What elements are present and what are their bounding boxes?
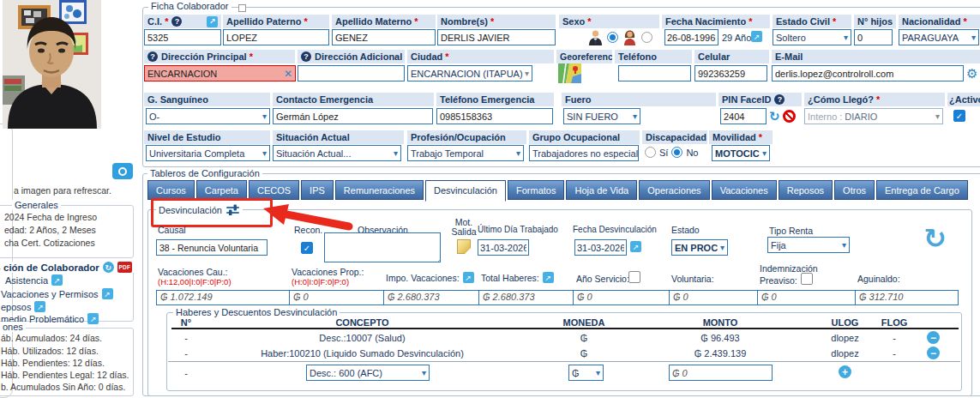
- tab-reposos[interactable]: Reposos: [779, 180, 833, 200]
- estado-select[interactable]: EN PROC: [671, 239, 728, 256]
- remove-row-button[interactable]: [927, 331, 940, 344]
- pin-block-icon[interactable]: [783, 110, 796, 123]
- help-icon[interactable]: [774, 94, 785, 105]
- tab-operaciones[interactable]: Operaciones: [639, 180, 709, 200]
- header-g-sanguineo: G. Sanguíneo: [144, 93, 270, 106]
- tab-desvinculacion[interactable]: Desvinculación: [425, 180, 506, 202]
- direccion-adicional-input[interactable]: [298, 65, 405, 81]
- pin-refresh-icon[interactable]: [769, 110, 780, 123]
- sexo-male-radio[interactable]: [607, 32, 618, 43]
- movilidad-select[interactable]: MOTOCIC: [712, 145, 770, 161]
- estado-civil-select[interactable]: Soltero: [773, 29, 851, 45]
- edad-link-icon[interactable]: [751, 31, 762, 42]
- help-icon[interactable]: [301, 51, 311, 62]
- tab-vacaciones[interactable]: Vacaciones: [712, 180, 777, 200]
- direccion-principal-input[interactable]: ENCARNACION: [144, 65, 296, 81]
- celular-input[interactable]: [694, 65, 767, 81]
- help-icon[interactable]: [147, 51, 158, 62]
- sidebar-link-reposos[interactable]: eposos: [1, 301, 45, 312]
- vacaciones-stats-title: ones: [0, 322, 26, 332]
- camera-icon[interactable]: [112, 163, 133, 179]
- pdf-icon[interactable]: PDF: [117, 262, 132, 273]
- refresh-icon[interactable]: [103, 262, 114, 273]
- telefono-emergencia-label: Teléfono Emergencia: [440, 94, 534, 105]
- open-ci-icon[interactable]: [207, 16, 218, 27]
- sidebar-link-asistencia[interactable]: Asistencia: [5, 274, 63, 286]
- grupo-ocupacional-select[interactable]: Trabajadores no especializ: [529, 145, 639, 161]
- recon-checkbox[interactable]: [301, 242, 313, 254]
- causal-input[interactable]: [156, 239, 268, 256]
- header-apellido-materno: Apellido Materno: [332, 15, 436, 28]
- ciudad-select[interactable]: ENCARNACION (ITAPUA): [407, 65, 532, 81]
- telefono-input[interactable]: [618, 65, 691, 81]
- tab-hoja-de-vida[interactable]: Hoja de Vida: [566, 180, 637, 200]
- telefono-emergencia-input[interactable]: [436, 108, 553, 124]
- tab-carpeta[interactable]: Carpeta: [196, 180, 247, 200]
- recalculate-icon[interactable]: [923, 225, 947, 252]
- g-sanguineo-select[interactable]: O-: [146, 108, 270, 124]
- nivel-estudio-select[interactable]: Universitaria Completa: [146, 145, 270, 161]
- tab-entrega-de-cargo[interactable]: Entrega de Cargo: [876, 180, 968, 200]
- entry-monto-input[interactable]: [669, 365, 773, 381]
- profesion-select[interactable]: Trabajo Temporal: [407, 145, 524, 161]
- remove-row-button[interactable]: [927, 347, 940, 359]
- fecha-nacimiento-input[interactable]: [664, 29, 718, 45]
- link-label: Asistencia: [5, 275, 48, 286]
- table-header-rule: [171, 328, 959, 329]
- tab-formatos[interactable]: Formatos: [508, 180, 564, 200]
- mot-salida-icon[interactable]: [457, 239, 471, 254]
- ci-input[interactable]: [144, 29, 221, 45]
- nacionalidad-label: Nacionalidad: [902, 16, 967, 27]
- tab-ips[interactable]: IPS: [301, 180, 334, 200]
- discapacidad-no-radio[interactable]: [671, 147, 682, 158]
- activo-checkbox[interactable]: [953, 110, 965, 122]
- nivel-estudio-value: Universitaria Completa: [149, 148, 244, 159]
- apellido-paterno-input[interactable]: [223, 29, 329, 45]
- email-settings-icon[interactable]: [966, 67, 977, 80]
- clear-icon[interactable]: [284, 68, 292, 80]
- pin-faceid-input[interactable]: [720, 108, 767, 124]
- sexo-selector: [588, 29, 652, 45]
- preaviso-checkbox[interactable]: [801, 273, 813, 285]
- map-icon[interactable]: [558, 63, 581, 83]
- tipo-renta-select[interactable]: Fija: [767, 237, 850, 253]
- stat-line: Háb. Utilizados: 12 días.: [1, 346, 99, 356]
- external-link-icon[interactable]: [463, 272, 474, 283]
- table-row-divider: [168, 361, 960, 362]
- nacionalidad-select[interactable]: PARAGUAYA: [899, 29, 979, 45]
- fecha-desv-input[interactable]: [574, 239, 627, 256]
- row-moneda: ₲: [557, 348, 610, 359]
- fecha-desv-link-icon[interactable]: [630, 241, 641, 252]
- tab-cecos[interactable]: CECOS: [249, 180, 299, 200]
- nombres-input[interactable]: [437, 29, 556, 45]
- header-telefono-emergencia: Teléfono Emergencia: [436, 93, 554, 106]
- tab-remuneraciones[interactable]: Remuneraciones: [335, 180, 424, 200]
- situacion-actual-select[interactable]: Situación Actual...: [273, 145, 401, 161]
- employee-photo[interactable]: [3, 0, 101, 129]
- ultimo-dia-label: Último Día Trabajado: [478, 225, 558, 234]
- como-llego-select[interactable]: Interno : DIARIO: [804, 108, 943, 124]
- ficha-legend: Ficha Colaborador: [148, 1, 231, 11]
- help-icon[interactable]: [171, 16, 182, 27]
- n-hijos-input[interactable]: [854, 29, 893, 45]
- external-link-icon[interactable]: [543, 272, 554, 283]
- tab-otros[interactable]: Otros: [834, 180, 875, 200]
- mot-label-2: Salida: [451, 226, 476, 237]
- email-input[interactable]: [772, 65, 964, 81]
- entry-moneda-select[interactable]: ₲: [568, 365, 604, 381]
- add-row-button[interactable]: [839, 365, 851, 378]
- ano-servicio-checkbox[interactable]: [628, 271, 640, 283]
- apellido-materno-input[interactable]: [332, 29, 436, 45]
- ultimo-dia-input[interactable]: [478, 239, 529, 256]
- observacion-textarea[interactable]: [324, 232, 441, 262]
- tab-cursos[interactable]: Cursos: [147, 180, 195, 200]
- sidebar-link-vacaciones-permisos[interactable]: Vacaciones y Permisos: [1, 288, 113, 299]
- ci-label: C.I.: [147, 16, 168, 27]
- contacto-emergencia-input[interactable]: [273, 108, 433, 124]
- discapacidad-si-radio[interactable]: [645, 147, 656, 158]
- entry-concepto-select[interactable]: Desc.: 600 (AFC): [306, 365, 430, 381]
- header-nombres: Nombre(s): [437, 15, 556, 28]
- fuero-select[interactable]: SIN FUERO: [563, 108, 640, 124]
- sexo-female-radio[interactable]: [641, 32, 652, 43]
- preaviso-label: Preaviso:: [760, 275, 797, 286]
